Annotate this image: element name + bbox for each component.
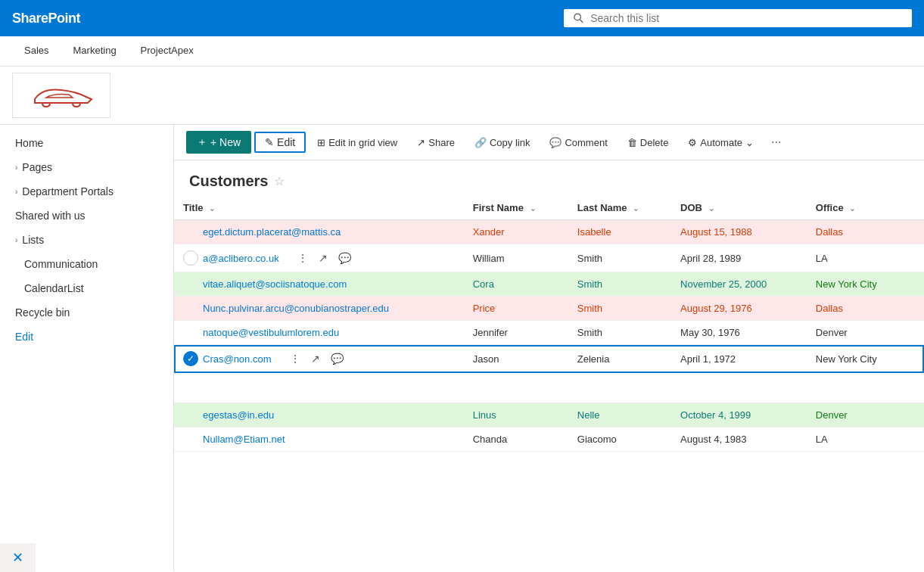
edit-grid-view-button[interactable]: ⊞ Edit in grid view <box>309 132 406 153</box>
cell-office: Denver <box>807 321 924 345</box>
cell-lastname: Zelenia <box>568 345 671 373</box>
sidebar-item-communication[interactable]: Communication <box>0 252 173 276</box>
cell-dob: November 25, 2000 <box>671 272 807 297</box>
title-link[interactable]: Nullam@Etiam.net <box>203 434 285 445</box>
title-link[interactable]: a@aclibero.co.uk <box>203 253 279 264</box>
chevron-pages-icon: › <box>15 163 17 172</box>
tab-sales[interactable]: Sales <box>12 36 61 67</box>
cell-firstname: Jason <box>464 345 568 373</box>
table-row[interactable]: a@aclibero.co.uk ⋮ ↗ 💬 William Smith Apr… <box>174 244 924 272</box>
car-logo-svg <box>20 76 103 114</box>
close-panel-button[interactable]: ✕ <box>0 543 36 571</box>
edit-button[interactable]: ✎ Edit <box>254 132 306 153</box>
comment-button[interactable]: 💬 Comment <box>541 132 615 153</box>
edit-pencil-icon: ✎ <box>265 136 274 148</box>
app-logo: SharePoint <box>12 11 80 26</box>
sort-lastname-icon: ⌄ <box>633 204 639 213</box>
copy-link-button[interactable]: 🔗 Copy link <box>466 132 538 153</box>
cell-lastname: Smith <box>568 272 671 297</box>
delete-button[interactable]: 🗑 Delete <box>619 132 677 153</box>
cell-lastname: Nelle <box>568 403 671 427</box>
table-row[interactable]: natoque@vestibulumlorem.edu Jennifer Smi… <box>174 321 924 345</box>
tab-marketing[interactable]: Marketing <box>61 36 129 67</box>
title-link[interactable]: egestas@in.edu <box>203 409 274 421</box>
sort-office-icon: ⌄ <box>849 204 855 213</box>
cell-lastname: Smith <box>568 297 671 321</box>
sidebar-item-lists[interactable]: › Lists <box>0 228 173 252</box>
cell-office: Denver <box>807 403 924 427</box>
chevron-deptportals-icon: › <box>15 188 17 196</box>
sidebar-item-recycle-bin[interactable]: Recycle bin <box>0 300 173 325</box>
share-button[interactable]: ↗ Share <box>409 132 463 153</box>
cell-firstname: William <box>464 244 568 272</box>
toolbar: ＋ + New ✎ Edit ⊞ Edit in grid view ↗ Sha… <box>174 125 924 160</box>
row-more-icon[interactable]: ⋮ <box>287 351 303 366</box>
row-check-empty[interactable] <box>183 250 198 266</box>
row-comment-icon[interactable]: 💬 <box>328 351 347 366</box>
automate-button[interactable]: ⚙ Automate ⌄ <box>680 132 762 153</box>
col-header-dob[interactable]: DOB ⌄ <box>671 196 807 220</box>
cell-firstname: Price <box>464 297 568 321</box>
row-share-icon[interactable]: ↗ <box>316 250 331 266</box>
cell-office: New York City <box>807 272 924 297</box>
chevron-lists-icon: › <box>15 236 17 244</box>
cell-office: Dallas <box>807 297 924 321</box>
col-header-lastname[interactable]: Last Name ⌄ <box>568 196 671 220</box>
title-link[interactable]: Cras@non.com <box>203 353 272 365</box>
svg-point-0 <box>574 14 581 20</box>
col-header-firstname[interactable]: First Name ⌄ <box>464 196 568 220</box>
col-header-office[interactable]: Office ⌄ <box>807 196 924 220</box>
new-button[interactable]: ＋ + New <box>186 131 251 154</box>
cell-dob: May 30, 1976 <box>671 321 807 345</box>
cell-firstname: Xander <box>464 220 568 244</box>
chevron-automate-icon: ⌄ <box>745 137 754 148</box>
table-row[interactable]: ✓ Cras@non.com ⋮ ↗ 💬 Jason Zelenia April… <box>174 345 924 373</box>
cell-firstname: Cora <box>464 272 568 297</box>
sidebar-item-department-portals[interactable]: › Department Portals <box>0 179 173 204</box>
table-row-empty <box>174 373 924 403</box>
sidebar-item-pages[interactable]: › Pages <box>0 155 173 179</box>
table-row[interactable]: Nunc.pulvinar.arcu@conubianostraper.edu … <box>174 297 924 321</box>
title-link[interactable]: natoque@vestibulumlorem.edu <box>203 327 339 338</box>
table-row[interactable]: egestas@in.edu Linus Nelle October 4, 19… <box>174 403 924 427</box>
automate-icon: ⚙ <box>688 137 697 148</box>
sidebar-item-shared-with-us[interactable]: Shared with us <box>0 204 173 228</box>
sort-dob-icon: ⌄ <box>708 204 714 213</box>
title-link[interactable]: vitae.aliquet@sociisnatoque.com <box>203 278 347 290</box>
svg-line-1 <box>580 20 583 23</box>
main-layout: Home › Pages › Department Portals Shared… <box>0 125 924 571</box>
cell-lastname: Giacomo <box>568 427 671 452</box>
favorite-star-icon[interactable]: ☆ <box>274 174 285 188</box>
search-input[interactable] <box>590 12 903 24</box>
sidebar-item-calendarlist[interactable]: CalendarList <box>0 276 173 300</box>
title-link[interactable]: eget.dictum.placerat@mattis.ca <box>203 226 341 238</box>
tab-projectapex[interactable]: ProjectApex <box>129 36 206 67</box>
col-header-title[interactable]: Title ⌄ <box>174 196 464 220</box>
cell-office: Dallas <box>807 220 924 244</box>
row-more-icon[interactable]: ⋮ <box>294 250 311 266</box>
cell-title: a@aclibero.co.uk ⋮ ↗ 💬 <box>174 244 464 272</box>
sidebar-item-home[interactable]: Home <box>0 131 173 155</box>
row-share-icon[interactable]: ↗ <box>308 351 323 366</box>
row-comment-icon[interactable]: 💬 <box>335 250 354 266</box>
table-row[interactable]: vitae.aliquet@sociisnatoque.com Cora Smi… <box>174 272 924 297</box>
title-link[interactable]: Nunc.pulvinar.arcu@conubianostraper.edu <box>203 303 389 314</box>
comment-icon: 💬 <box>549 137 562 148</box>
cell-dob: April 28, 1989 <box>671 244 807 272</box>
cell-title: eget.dictum.placerat@mattis.ca <box>174 220 464 244</box>
table-row[interactable]: eget.dictum.placerat@mattis.ca Xander Is… <box>174 220 924 244</box>
table-row[interactable]: Nullam@Etiam.net Chanda Giacomo August 4… <box>174 427 924 452</box>
topbar: SharePoint <box>0 0 924 36</box>
cell-dob: August 15, 1988 <box>671 220 807 244</box>
grid-icon: ⊞ <box>317 137 325 148</box>
more-options-button[interactable]: ··· <box>765 132 787 153</box>
sidebar-item-edit[interactable]: Edit <box>0 325 173 349</box>
list-title-area: Customers ☆ <box>174 160 924 196</box>
cell-title: ✓ Cras@non.com ⋮ ↗ 💬 <box>174 345 464 373</box>
cell-lastname: Smith <box>568 321 671 345</box>
cell-dob: August 4, 1983 <box>671 427 807 452</box>
cell-lastname: Smith <box>568 244 671 272</box>
link-icon: 🔗 <box>474 137 487 148</box>
row-check-filled[interactable]: ✓ <box>183 351 198 366</box>
search-box[interactable] <box>564 9 912 27</box>
